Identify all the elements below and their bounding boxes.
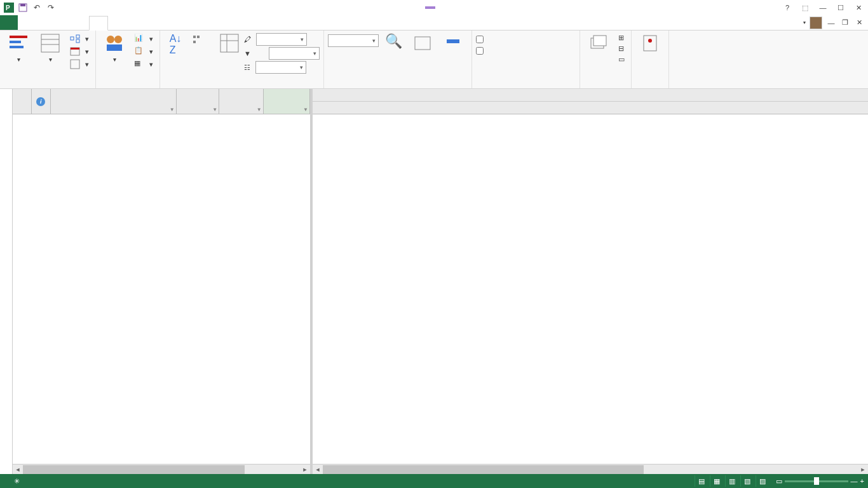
svg-rect-28 [593, 36, 606, 46]
maximize-icon[interactable]: ☐ [835, 4, 846, 12]
save-icon[interactable] [17, 1, 29, 14]
zoom-slider[interactable] [785, 480, 848, 482]
highlight-combo[interactable] [256, 33, 307, 46]
tab-team[interactable] [108, 15, 126, 30]
task-grid: i ▼ ▼ ▼ ▼ ◄ ► [13, 89, 313, 474]
undo-icon[interactable]: ↶ [31, 1, 43, 14]
view-report-icon[interactable]: ▨ [756, 475, 770, 487]
chevron-down-icon[interactable]: ▼ [212, 107, 217, 112]
tab-format[interactable] [151, 15, 169, 30]
tab-task[interactable] [18, 15, 36, 30]
avatar[interactable] [810, 17, 822, 29]
tab-project[interactable] [71, 15, 89, 30]
col-task-name[interactable]: ▼ [51, 89, 177, 114]
zoom-button[interactable]: 🔍 [381, 32, 407, 51]
svg-rect-7 [41, 34, 59, 52]
status-new-tasks[interactable]: ✳ [14, 477, 20, 485]
entire-project-button[interactable] [409, 32, 436, 55]
group-label-resource-views [100, 86, 156, 88]
view-gantt-icon[interactable]: ▤ [695, 475, 709, 487]
tab-resource[interactable] [36, 15, 53, 30]
view-task-usage-icon[interactable]: ▦ [710, 475, 724, 487]
col-cost[interactable]: ▼ [264, 89, 310, 114]
gantt-chart-button[interactable]: ▾ [4, 32, 33, 63]
scroll-right-icon[interactable]: ► [300, 464, 310, 474]
group-icon: ☷ [244, 64, 250, 72]
tables-button[interactable] [217, 32, 241, 55]
svg-rect-3 [20, 4, 25, 6]
svg-rect-18 [107, 44, 122, 51]
group-label-zoom [328, 86, 468, 88]
timescale-combo[interactable] [328, 34, 379, 47]
col-work[interactable]: ▼ [219, 89, 263, 114]
team-planner-button[interactable]: ▾ [100, 32, 129, 63]
view-team-planner-icon[interactable]: ▥ [725, 475, 739, 487]
timescale[interactable] [313, 89, 868, 114]
task-usage-button[interactable]: ▾ [36, 32, 65, 63]
info-icon: i [36, 97, 45, 106]
chevron-down-icon[interactable]: ▼ [257, 107, 262, 112]
zoom-in-icon[interactable]: — [851, 477, 858, 485]
app-icon: P [3, 1, 15, 14]
gantt-chart-pane: ◄ ► [313, 89, 868, 474]
tab-file[interactable] [0, 15, 18, 30]
group-by-combo[interactable] [255, 61, 306, 74]
status-bar: ✳ ▤ ▦ ▥ ▧ ▨ ▭ — + [0, 474, 868, 488]
svg-text:P: P [6, 4, 10, 11]
new-window-button[interactable] [584, 32, 613, 55]
svg-rect-5 [10, 41, 21, 43]
help-icon[interactable]: ? [782, 4, 793, 12]
macros-button[interactable] [635, 32, 665, 55]
svg-rect-19 [193, 36, 196, 38]
close-icon[interactable]: ✕ [853, 4, 864, 12]
resource-usage-button[interactable]: 📊 ▾ [132, 33, 156, 44]
scroll-left-icon[interactable]: ◄ [313, 464, 323, 474]
resource-sheet-button[interactable]: 📋 ▾ [132, 46, 156, 57]
scroll-left-icon[interactable]: ◄ [13, 464, 23, 474]
sort-button[interactable]: A↓Z [164, 32, 187, 57]
other-views-button[interactable]: ▾ [67, 58, 92, 70]
tab-report[interactable] [53, 15, 71, 30]
calendar-button[interactable]: ▾ [67, 46, 92, 57]
outline-button[interactable] [189, 32, 215, 55]
group-label-window [584, 86, 627, 88]
col-indicators[interactable]: i [32, 89, 51, 114]
gantt-horizontal-scrollbar[interactable]: ◄ ► [313, 464, 868, 474]
timeline-checkbox[interactable] [476, 36, 486, 43]
filter-combo[interactable] [269, 47, 320, 60]
svg-rect-26 [447, 39, 459, 43]
row-header-corner[interactable] [13, 89, 32, 114]
details-checkbox[interactable] [476, 47, 486, 55]
chevron-down-icon[interactable]: ▼ [170, 107, 175, 112]
network-diagram-button[interactable]: ▾ [67, 33, 92, 44]
scroll-right-icon[interactable]: ► [858, 464, 868, 474]
switch-windows-button[interactable]: ⊞ [616, 33, 627, 43]
minimize-icon[interactable]: — [817, 4, 829, 12]
selected-tasks-button[interactable] [438, 32, 468, 55]
view-resource-sheet-icon[interactable]: ▧ [740, 475, 754, 487]
svg-rect-15 [71, 60, 79, 69]
ribbon-options-icon[interactable]: ⬚ [799, 4, 811, 12]
grid-horizontal-scrollbar[interactable]: ◄ ► [13, 464, 310, 474]
highlight-icon: 🖍 [244, 36, 251, 43]
svg-point-16 [107, 36, 114, 43]
doc-restore-icon[interactable]: ❐ [840, 18, 850, 27]
zoom-fit-icon[interactable]: + [860, 477, 864, 485]
svg-rect-21 [193, 41, 196, 43]
user-dropdown-icon[interactable]: ▾ [803, 20, 806, 25]
svg-point-30 [648, 39, 652, 43]
zoom-out-icon[interactable]: ▭ [776, 477, 782, 485]
other-views-resource-button[interactable]: ▦ ▾ [132, 58, 156, 70]
hide-button[interactable]: ▭ [616, 55, 627, 64]
svg-rect-20 [197, 36, 200, 38]
arrange-all-button[interactable]: ⊟ [616, 44, 627, 53]
col-duration[interactable]: ▼ [177, 89, 219, 114]
doc-close-icon[interactable]: ✕ [854, 18, 864, 27]
svg-rect-25 [415, 37, 430, 50]
doc-minimize-icon[interactable]: — [826, 19, 836, 27]
contextual-tab-label [425, 6, 435, 9]
redo-icon[interactable]: ↷ [44, 1, 57, 14]
tab-view[interactable] [89, 16, 108, 30]
chevron-down-icon[interactable]: ▼ [303, 107, 308, 112]
view-side-label [0, 89, 13, 474]
